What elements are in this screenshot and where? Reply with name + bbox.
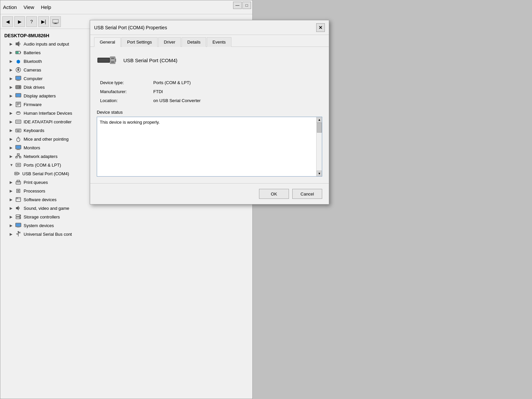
- svg-rect-34: [18, 130, 19, 130]
- svg-rect-41: [16, 146, 21, 149]
- hid-icon: [15, 110, 22, 116]
- expand-arrow-keyboards: ▶: [10, 128, 14, 133]
- device-status-text: This device is working properly.: [100, 120, 160, 125]
- tree-label-bluetooth: Bluetooth: [24, 59, 42, 64]
- expand-arrow-system: ▶: [10, 223, 14, 228]
- device-properties: Device type: Ports (COM & LPT) Manufactu…: [97, 80, 322, 103]
- tab-details[interactable]: Details: [182, 37, 206, 47]
- svg-rect-88: [115, 59, 116, 62]
- expand-arrow-network: ▶: [10, 154, 14, 159]
- svg-rect-26: [16, 112, 20, 114]
- expand-arrow-printqueues: ▶: [10, 180, 14, 185]
- tree-item-storage[interactable]: ▶ Storage controllers: [2, 212, 251, 221]
- svg-point-72: [20, 217, 21, 218]
- cancel-button[interactable]: Cancel: [292, 189, 322, 199]
- toolbar-btn-forward[interactable]: ▶: [14, 16, 25, 27]
- svg-rect-83: [98, 58, 109, 62]
- svg-rect-32: [16, 130, 17, 130]
- expand-arrow-batteries: ▶: [10, 51, 14, 55]
- svg-point-67: [17, 198, 18, 199]
- svg-rect-35: [19, 130, 20, 130]
- device-status-section: Device status This device is working pro…: [97, 110, 322, 177]
- svg-marker-68: [16, 206, 19, 210]
- expand-arrow-audio: ▶: [10, 42, 14, 46]
- expand-arrow-bluetooth: ▶: [10, 59, 14, 64]
- dialog-titlebar: USB Serial Port (COM4) Properties ✕: [90, 20, 329, 35]
- expand-arrow-ide: ▶: [10, 120, 14, 124]
- svg-rect-13: [16, 76, 21, 79]
- svg-rect-60: [17, 180, 20, 182]
- svg-rect-33: [17, 130, 18, 130]
- svg-rect-45: [16, 157, 17, 158]
- svg-point-18: [19, 86, 20, 88]
- tree-item-system[interactable]: ▶ System devices: [2, 221, 251, 230]
- tree-item-usb[interactable]: ▶ Universal Serial Bus cont: [2, 230, 251, 238]
- tree-item-sound[interactable]: ▶ Sound, video and game: [2, 204, 251, 212]
- tab-driver[interactable]: Driver: [158, 37, 181, 47]
- tree-label-software: Software devices: [24, 197, 57, 202]
- tree-label-batteries: Batteries: [24, 50, 41, 55]
- network-icon: [15, 153, 22, 160]
- cameras-icon: [15, 66, 22, 73]
- maximize-button[interactable]: □: [242, 2, 251, 9]
- svg-rect-14: [17, 80, 20, 80]
- close-button[interactable]: ✕: [316, 23, 325, 32]
- toolbar-btn-help[interactable]: ?: [26, 16, 37, 27]
- toolbar-btn-back[interactable]: ◀: [2, 16, 13, 27]
- minimize-button[interactable]: —: [233, 2, 242, 9]
- keyboards-icon: [15, 127, 22, 134]
- svg-point-79: [18, 231, 19, 232]
- svg-rect-0: [53, 19, 59, 23]
- scrollbar-down[interactable]: ▼: [317, 171, 322, 176]
- bluetooth-icon: ⬢: [15, 58, 22, 65]
- svg-rect-31: [16, 129, 21, 132]
- tree-label-diskdrives: Disk drives: [24, 85, 45, 90]
- diskdrives-icon: [15, 84, 22, 90]
- devicetype-label: Device type:: [100, 80, 153, 85]
- svg-rect-74: [16, 223, 21, 226]
- com4-icon: [14, 170, 20, 177]
- svg-rect-24: [17, 104, 20, 104]
- svg-rect-36: [17, 131, 20, 131]
- ok-button[interactable]: OK: [259, 189, 289, 199]
- scrollbar-thumb[interactable]: [317, 123, 322, 133]
- svg-marker-4: [17, 41, 19, 47]
- tab-general[interactable]: General: [94, 37, 121, 47]
- expand-arrow-display: ▶: [10, 94, 14, 98]
- svg-rect-86: [111, 58, 114, 59]
- tree-label-usb: Universal Serial Bus cont: [24, 232, 72, 237]
- svg-rect-53: [18, 164, 19, 166]
- mice-icon: [15, 136, 22, 142]
- tree-label-mice: Mice and other pointing: [24, 137, 68, 142]
- property-row-location: Location: on USB Serial Converter: [100, 98, 319, 103]
- location-label: Location:: [100, 98, 153, 103]
- tab-portsettings[interactable]: Port Settings: [121, 37, 157, 47]
- tree-label-processors: Processors: [24, 189, 45, 194]
- svg-rect-6: [20, 52, 21, 53]
- menu-action[interactable]: Action: [3, 4, 17, 10]
- scrollbar-up[interactable]: ▲: [317, 117, 322, 123]
- system-icon: [15, 222, 22, 229]
- dialog-title: USB Serial Port (COM4) Properties: [94, 25, 167, 30]
- device-status-box[interactable]: This device is working properly. ▲ ▼: [97, 117, 322, 177]
- device-status-label: Device status: [97, 110, 322, 115]
- location-value: on USB Serial Converter: [153, 98, 200, 103]
- dialog-body: USB Serial Port (COM4) Device type: Port…: [90, 47, 329, 183]
- svg-rect-25: [17, 105, 19, 105]
- storage-icon: [15, 213, 22, 220]
- toolbar-btn-display[interactable]: [50, 16, 61, 27]
- svg-rect-46: [19, 157, 21, 158]
- expand-arrow-firmware: ▶: [10, 102, 14, 107]
- tab-events[interactable]: Events: [207, 37, 231, 47]
- menu-view[interactable]: View: [24, 4, 34, 10]
- svg-rect-52: [17, 164, 18, 166]
- manufacturer-value: FTDI: [153, 89, 163, 94]
- software-icon: [15, 196, 22, 203]
- expand-arrow-computer: ▶: [10, 76, 14, 81]
- tree-label-ide: IDE ATA/ATAPI controller: [24, 119, 71, 124]
- toolbar-btn-play[interactable]: ▶|: [38, 16, 49, 27]
- menu-help[interactable]: Help: [41, 4, 51, 10]
- monitors-icon: [15, 144, 22, 151]
- svg-point-28: [19, 112, 20, 113]
- tree-label-cameras: Cameras: [24, 67, 41, 72]
